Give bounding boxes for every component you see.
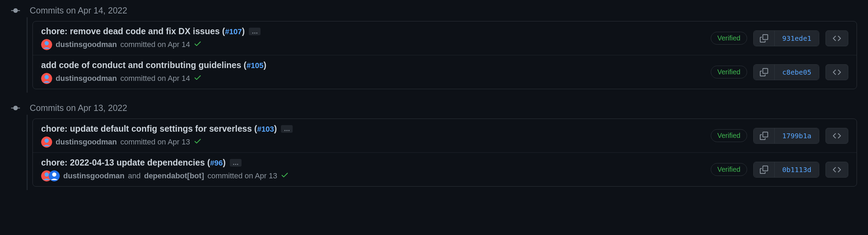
- copy-icon: [760, 68, 768, 76]
- author-link[interactable]: dependabot[bot]: [144, 171, 204, 180]
- commit-meta: dustinsgoodmancommitted on Apr 13: [41, 137, 711, 148]
- status-check[interactable]: [194, 137, 202, 147]
- date-group: Commits on Apr 14, 2022chore: remove dea…: [11, 0, 857, 89]
- commit-title-wrap[interactable]: chore: 2022-04-13 update dependencies (#…: [41, 158, 226, 168]
- commit-title[interactable]: chore: remove dead code and fix DX issue…: [41, 26, 225, 36]
- expand-button[interactable]: …: [281, 125, 293, 133]
- commit-title[interactable]: add code of conduct and contributing gui…: [41, 60, 246, 70]
- commit-row: chore: 2022-04-13 update dependencies (#…: [33, 153, 857, 186]
- commit-meta: dustinsgoodmancommitted on Apr 14: [41, 73, 711, 84]
- commit-meta: dustinsgoodman and dependabot[bot]commit…: [41, 170, 711, 181]
- sha-link[interactable]: 0b1113d: [775, 162, 819, 177]
- check-icon: [194, 39, 202, 48]
- svg-point-1: [45, 41, 49, 45]
- status-check[interactable]: [194, 39, 202, 50]
- browse-code-button[interactable]: [825, 64, 848, 80]
- commit-title-suffix[interactable]: ): [263, 60, 266, 70]
- author-link[interactable]: dustinsgoodman: [63, 171, 124, 180]
- check-icon: [194, 137, 202, 145]
- timeline-line: [27, 115, 28, 190]
- commit-title[interactable]: chore: 2022-04-13 update dependencies (: [41, 158, 210, 167]
- and-text: and: [128, 171, 141, 180]
- date-header: Commits on Apr 14, 2022: [11, 0, 857, 21]
- browse-code-button[interactable]: [825, 30, 848, 46]
- commit-right: Verified0b1113d: [711, 162, 848, 178]
- verified-badge[interactable]: Verified: [711, 66, 747, 78]
- commit-meta-text: committed on Apr 14: [120, 40, 190, 49]
- timeline-line: [27, 17, 28, 93]
- svg-point-9: [52, 172, 56, 177]
- sha-button-group: c8ebe05: [753, 64, 819, 80]
- commit-left: chore: remove dead code and fix DX issue…: [41, 26, 711, 50]
- expand-button[interactable]: …: [230, 159, 242, 167]
- avatar[interactable]: [41, 39, 52, 50]
- verified-badge[interactable]: Verified: [711, 163, 747, 176]
- code-icon: [833, 166, 841, 174]
- verified-badge[interactable]: Verified: [711, 129, 747, 142]
- date-group: Commits on Apr 13, 2022chore: update def…: [11, 97, 857, 187]
- sha-button-group: 931ede1: [753, 30, 819, 46]
- pr-link[interactable]: #103: [257, 125, 274, 133]
- verified-badge[interactable]: Verified: [711, 32, 747, 45]
- pr-link[interactable]: #105: [246, 61, 263, 70]
- commit-row: add code of conduct and contributing gui…: [33, 55, 857, 89]
- avatar[interactable]: [49, 170, 60, 181]
- avatar[interactable]: [41, 137, 52, 148]
- copy-sha-button[interactable]: [754, 128, 775, 143]
- commit-row: chore: update default config settings fo…: [33, 119, 857, 153]
- copy-sha-button[interactable]: [754, 162, 775, 177]
- commit-left: add code of conduct and contributing gui…: [41, 60, 711, 84]
- sha-link[interactable]: c8ebe05: [775, 65, 819, 80]
- commits-box: chore: update default config settings fo…: [32, 119, 857, 187]
- commit-title-line: chore: 2022-04-13 update dependencies (#…: [41, 158, 711, 168]
- expand-button[interactable]: …: [249, 28, 261, 35]
- avatar[interactable]: [41, 73, 52, 84]
- date-header: Commits on Apr 13, 2022: [11, 97, 857, 119]
- copy-icon: [760, 34, 768, 43]
- author-link[interactable]: dustinsgoodman: [56, 40, 117, 49]
- commit-meta-text: committed on Apr 13: [120, 138, 190, 147]
- svg-point-5: [45, 139, 49, 143]
- commit-title-suffix[interactable]: ): [223, 158, 226, 167]
- pr-link[interactable]: #96: [210, 159, 223, 167]
- author-link[interactable]: dustinsgoodman: [56, 74, 117, 83]
- commit-title-line: chore: update default config settings fo…: [41, 124, 711, 134]
- status-check[interactable]: [281, 171, 289, 181]
- browse-code-button[interactable]: [825, 128, 848, 144]
- commit-dot-icon: [11, 6, 20, 15]
- commit-meta-text: committed on Apr 13: [207, 171, 277, 180]
- avatar-pair[interactable]: [41, 170, 60, 181]
- date-label: Commits on Apr 14, 2022: [30, 6, 127, 16]
- commit-meta: dustinsgoodmancommitted on Apr 14: [41, 39, 711, 50]
- commit-title-line: add code of conduct and contributing gui…: [41, 60, 711, 70]
- pr-link[interactable]: #107: [225, 27, 242, 36]
- commit-title-suffix[interactable]: ): [274, 124, 277, 133]
- sha-button-group: 0b1113d: [753, 162, 819, 178]
- commit-title[interactable]: chore: update default config settings fo…: [41, 124, 257, 133]
- code-icon: [833, 68, 841, 76]
- commit-title-wrap[interactable]: add code of conduct and contributing gui…: [41, 60, 266, 70]
- commit-title-wrap[interactable]: chore: update default config settings fo…: [41, 124, 277, 134]
- commit-title-line: chore: remove dead code and fix DX issue…: [41, 26, 711, 36]
- check-icon: [281, 171, 289, 179]
- commit-dot-icon: [11, 104, 20, 113]
- copy-sha-button[interactable]: [754, 31, 775, 46]
- commit-row: chore: remove dead code and fix DX issue…: [33, 21, 857, 55]
- browse-code-button[interactable]: [825, 162, 848, 178]
- commit-meta-text: committed on Apr 14: [120, 74, 190, 83]
- status-check[interactable]: [194, 73, 202, 84]
- svg-point-3: [45, 75, 49, 79]
- copy-sha-button[interactable]: [754, 65, 775, 80]
- sha-link[interactable]: 1799b1a: [775, 128, 819, 143]
- copy-icon: [760, 132, 768, 140]
- commit-left: chore: 2022-04-13 update dependencies (#…: [41, 158, 711, 181]
- date-label: Commits on Apr 13, 2022: [30, 103, 127, 113]
- sha-link[interactable]: 931ede1: [775, 31, 819, 46]
- author-link[interactable]: dustinsgoodman: [56, 138, 117, 147]
- commit-title-suffix[interactable]: ): [242, 26, 245, 36]
- sha-button-group: 1799b1a: [753, 128, 819, 144]
- code-icon: [833, 34, 841, 43]
- commit-right: Verified1799b1a: [711, 128, 848, 144]
- commit-left: chore: update default config settings fo…: [41, 124, 711, 148]
- commit-title-wrap[interactable]: chore: remove dead code and fix DX issue…: [41, 26, 245, 36]
